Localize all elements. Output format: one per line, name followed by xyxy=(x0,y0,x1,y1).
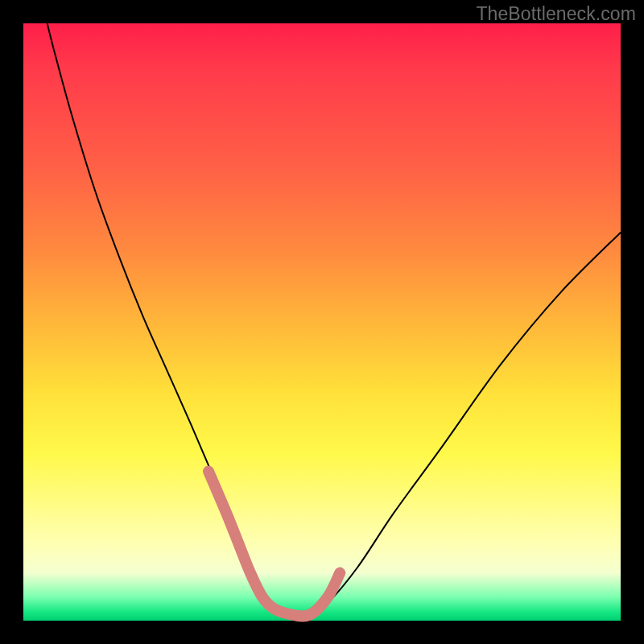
watermark-text: TheBottleneck.com xyxy=(476,3,636,25)
confidence-band xyxy=(208,472,340,617)
curve-svg xyxy=(23,23,621,621)
bottleneck-curve xyxy=(47,23,621,616)
plot-area xyxy=(23,23,621,621)
chart-frame: TheBottleneck.com xyxy=(0,0,644,644)
